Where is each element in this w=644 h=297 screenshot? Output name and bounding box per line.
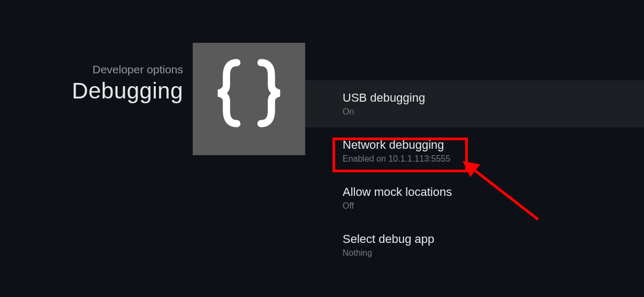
setting-title: USB debugging — [343, 91, 644, 105]
setting-title: Select debug app — [343, 232, 644, 246]
breadcrumb: Developer options — [72, 63, 183, 76]
setting-subtitle: Nothing — [343, 248, 644, 258]
setting-subtitle: Off — [343, 201, 644, 211]
setting-usb-debugging[interactable]: USB debugging On — [305, 80, 644, 127]
settings-list: USB debugging On Network debugging Enabl… — [305, 80, 644, 269]
setting-subtitle: On — [343, 107, 644, 117]
setting-title: Allow mock locations — [343, 185, 644, 199]
setting-select-debug-app[interactable]: Select debug app Nothing — [305, 222, 644, 269]
header-text-block: Developer options Debugging — [72, 43, 183, 104]
page-title: Debugging — [72, 78, 183, 104]
setting-network-debugging[interactable]: Network debugging Enabled on 10.1.1.113:… — [305, 127, 644, 174]
right-panel: USB debugging On Network debugging Enabl… — [305, 0, 644, 297]
setting-subtitle: Enabled on 10.1.1.113:5555 — [343, 154, 644, 164]
left-panel: Developer options Debugging — [0, 0, 305, 297]
icon-tile — [193, 43, 305, 155]
setting-allow-mock-locations[interactable]: Allow mock locations Off — [305, 174, 644, 222]
header-area: Developer options Debugging — [72, 43, 305, 155]
braces-icon — [209, 53, 289, 145]
setting-title: Network debugging — [343, 138, 644, 152]
